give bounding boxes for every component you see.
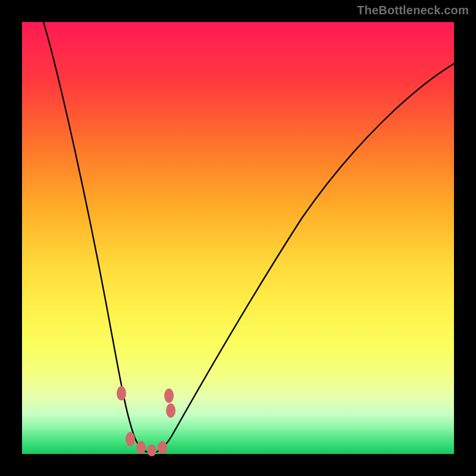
curve-marker [117, 386, 126, 400]
curve-marker [126, 432, 135, 446]
curve-layer [22, 22, 454, 454]
curve-marker [158, 441, 167, 454]
curve-marker [164, 389, 174, 403]
curve-marker [147, 444, 156, 456]
watermark-text: TheBottleneck.com [357, 4, 469, 17]
bottleneck-curve [43, 22, 454, 453]
curve-marker [136, 441, 146, 454]
curve-marker [166, 403, 176, 418]
plot-area [22, 22, 454, 454]
chart-frame: TheBottleneck.com [0, 0, 476, 476]
